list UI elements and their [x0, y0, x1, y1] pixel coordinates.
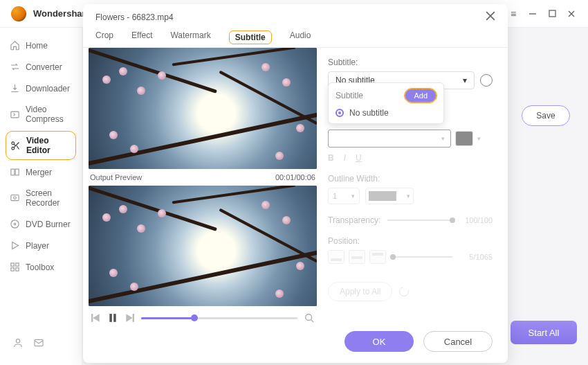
- output-preview-label: Output Preview: [90, 173, 142, 181]
- svg-line-29: [311, 320, 314, 323]
- position-label: Position:: [328, 236, 493, 246]
- italic-icon[interactable]: I: [344, 153, 346, 163]
- subtitle-option-none[interactable]: No subtitle: [336, 108, 437, 118]
- app-logo: [11, 6, 26, 21]
- position-middle-button[interactable]: [349, 250, 365, 264]
- sidebar-item-player[interactable]: Player: [0, 235, 82, 256]
- outline-width-value: 1: [333, 192, 337, 200]
- sidebar-item-dvd-burner[interactable]: DVD Burner: [0, 213, 82, 235]
- pause-button[interactable]: [108, 313, 118, 323]
- tab-audio[interactable]: Audio: [290, 30, 311, 47]
- underline-icon[interactable]: U: [356, 153, 362, 163]
- save-button[interactable]: Save: [522, 105, 570, 126]
- tab-subtitle[interactable]: Subtitle: [229, 30, 272, 44]
- transparency-slider[interactable]: [387, 220, 452, 221]
- close-icon[interactable]: [486, 11, 495, 24]
- sidebar-item-home[interactable]: Home: [0, 35, 82, 56]
- cancel-button[interactable]: Cancel: [423, 331, 493, 352]
- svg-marker-22: [93, 314, 99, 322]
- toolbox-icon: [10, 262, 20, 272]
- sidebar-item-toolbox[interactable]: Toolbox: [0, 256, 82, 278]
- svg-point-10: [14, 196, 17, 199]
- outline-width-select[interactable]: 1 ▾: [328, 188, 360, 204]
- sidebar-item-video-editor[interactable]: Video Editor: [6, 131, 76, 160]
- merger-icon: [10, 167, 20, 177]
- seek-slider[interactable]: [141, 317, 297, 319]
- subtitle-label: Subtitle:: [328, 57, 493, 67]
- position-bottom-button[interactable]: [328, 250, 344, 264]
- close-button[interactable]: [566, 8, 577, 19]
- video-editor-modal: Flowers - 66823.mp4 Crop Effect Watermar…: [83, 4, 508, 363]
- maximize-button[interactable]: [546, 8, 558, 19]
- tab-crop[interactable]: Crop: [95, 30, 113, 47]
- bold-icon[interactable]: B: [328, 153, 334, 163]
- sidebar-item-downloader[interactable]: Downloader: [0, 78, 82, 99]
- apply-to-all-button[interactable]: Apply to All: [328, 282, 392, 301]
- source-preview: [89, 48, 317, 169]
- user-icon[interactable]: [12, 337, 24, 348]
- svg-rect-24: [109, 314, 112, 322]
- home-icon: [10, 40, 20, 51]
- sidebar-item-converter[interactable]: Converter: [0, 56, 82, 78]
- outline-color-select[interactable]: ▾: [365, 188, 414, 204]
- svg-rect-8: [15, 169, 19, 175]
- app-title: Wondershare: [33, 8, 91, 19]
- sidebar-item-compress[interactable]: Video Compress: [0, 99, 82, 130]
- converter-icon: [10, 62, 20, 72]
- chevron-down-icon: ▾: [477, 135, 481, 142]
- play-icon: [10, 240, 20, 251]
- modal-title: Flowers - 66823.mp4: [95, 12, 174, 22]
- svg-point-5: [12, 141, 15, 144]
- tab-effect[interactable]: Effect: [131, 30, 152, 47]
- subtitle-dropdown: Subtitle Add No subtitle: [328, 82, 444, 124]
- svg-rect-1: [549, 10, 555, 17]
- tab-watermark[interactable]: Watermark: [170, 30, 210, 47]
- sidebar-item-label: Screen Recorder: [26, 188, 72, 208]
- add-subtitle-button[interactable]: Add: [405, 89, 437, 103]
- svg-point-18: [16, 339, 19, 343]
- scissors-icon: [10, 141, 21, 151]
- sidebar-item-label: Toolbox: [26, 262, 54, 272]
- font-color-swatch[interactable]: [455, 131, 473, 146]
- start-all-button[interactable]: Start All: [511, 321, 577, 344]
- sidebar-item-label: Downloader: [26, 84, 70, 94]
- svg-marker-26: [126, 314, 132, 322]
- mail-icon[interactable]: [33, 337, 44, 348]
- font-family-select[interactable]: ▾: [328, 130, 451, 148]
- chevron-down-icon: ▾: [351, 193, 355, 199]
- next-button[interactable]: [125, 313, 134, 323]
- hamburger-icon[interactable]: ≡: [508, 8, 519, 19]
- position-value: 5/1065: [459, 253, 493, 261]
- chevron-down-icon: ▾: [463, 75, 467, 85]
- svg-point-11: [11, 220, 19, 228]
- sidebar-item-label: Player: [26, 241, 49, 251]
- transparency-value: 100/100: [459, 216, 493, 224]
- svg-point-28: [306, 314, 312, 321]
- sidebar-item-screen-recorder[interactable]: Screen Recorder: [0, 183, 82, 213]
- svg-point-12: [14, 223, 16, 225]
- svg-rect-23: [91, 314, 93, 322]
- sidebar-item-label: Converter: [26, 62, 62, 72]
- refresh-icon[interactable]: [398, 285, 411, 298]
- radio-icon: [336, 109, 344, 117]
- minimize-button[interactable]: [527, 8, 538, 19]
- chevron-down-icon: ▾: [407, 193, 410, 199]
- outline-width-label: Outline Width:: [328, 174, 493, 184]
- position-top-button[interactable]: [369, 250, 386, 264]
- position-slider[interactable]: [393, 256, 452, 258]
- prev-button[interactable]: [91, 313, 101, 323]
- zoom-icon[interactable]: [304, 313, 314, 323]
- editor-tabs: Crop Effect Watermark Subtitle Audio: [83, 24, 508, 48]
- sidebar-item-label: Video Compress: [26, 105, 72, 124]
- svg-point-6: [12, 147, 15, 150]
- svg-rect-9: [11, 195, 19, 200]
- search-subtitle-icon[interactable]: [480, 74, 493, 87]
- sidebar-item-label: Home: [26, 41, 48, 51]
- sidebar-item-merger[interactable]: Merger: [0, 161, 82, 183]
- svg-rect-15: [16, 263, 19, 266]
- transparency-label: Transparency:: [328, 215, 380, 225]
- svg-rect-17: [16, 268, 19, 271]
- sidebar-item-label: DVD Burner: [26, 220, 71, 229]
- ok-button[interactable]: OK: [344, 331, 414, 352]
- sidebar-item-label: Merger: [26, 168, 52, 177]
